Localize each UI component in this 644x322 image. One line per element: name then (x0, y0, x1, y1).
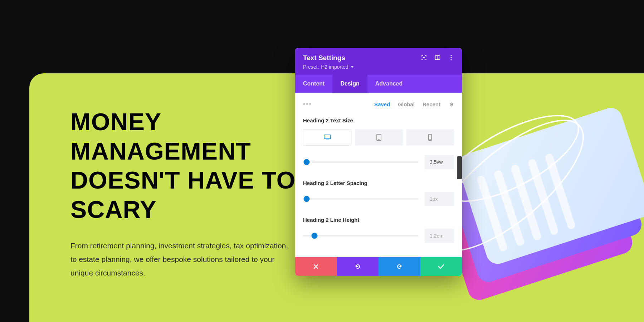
svg-point-9 (379, 139, 379, 140)
preset-dropdown[interactable]: Preset: H2 imported (303, 64, 454, 70)
text-size-value[interactable]: 3.5vw (425, 155, 454, 169)
drag-handle-icon[interactable]: ••• (303, 101, 312, 108)
chevron-down-icon (351, 66, 354, 68)
letter-spacing-slider[interactable] (303, 198, 418, 200)
svg-rect-1 (435, 56, 440, 60)
settings-header: Text Settings Preset: H2 imported (295, 48, 462, 75)
page-headline: MONEY MANAGEMENT DOESN'T HAVE TO SCARY (70, 107, 299, 224)
text-settings-panel: Text Settings Preset: H2 imported Con (295, 48, 462, 276)
svg-point-3 (450, 55, 452, 56)
preset-name: H2 imported (321, 64, 348, 70)
filter-global[interactable]: Global (398, 101, 415, 107)
text-size-label: Heading 2 Text Size (303, 117, 454, 123)
line-height-value[interactable]: 1.2em (425, 229, 454, 243)
gear-icon[interactable] (448, 102, 454, 107)
device-desktop[interactable] (303, 129, 351, 146)
device-tablet[interactable] (355, 129, 402, 146)
filter-recent[interactable]: Recent (423, 101, 440, 107)
svg-rect-6 (324, 135, 331, 139)
svg-point-11 (430, 139, 431, 140)
sidebar-toggle-icon[interactable] (435, 55, 440, 60)
preset-prefix: Preset: (303, 64, 319, 70)
svg-point-0 (423, 57, 425, 58)
cancel-button[interactable] (295, 257, 337, 276)
accept-button[interactable] (420, 257, 462, 276)
settings-tabs: Content Design Advanced (295, 75, 462, 93)
slider-knob[interactable] (312, 233, 318, 239)
svg-point-5 (450, 59, 452, 60)
more-menu-icon[interactable] (448, 55, 454, 60)
filter-saved[interactable]: Saved (374, 101, 390, 107)
action-bar (295, 257, 462, 276)
focus-icon[interactable] (421, 55, 427, 60)
device-phone[interactable] (406, 129, 454, 146)
page-subtext: From retirement planning, investment str… (70, 239, 292, 279)
redo-button[interactable] (379, 257, 420, 276)
tab-design[interactable]: Design (332, 75, 367, 93)
undo-button[interactable] (337, 257, 379, 276)
text-size-slider[interactable] (303, 161, 418, 163)
scrollbar-thumb[interactable] (457, 156, 462, 179)
responsive-device-tabs (303, 129, 454, 146)
settings-title: Text Settings (303, 54, 345, 62)
slider-knob[interactable] (303, 159, 309, 165)
settings-body: ••• Saved Global Recent Heading 2 Text S… (295, 93, 462, 257)
letter-spacing-label: Heading 2 Letter Spacing (303, 180, 454, 186)
tab-advanced[interactable]: Advanced (367, 75, 410, 93)
tab-content[interactable]: Content (295, 75, 332, 93)
line-height-slider[interactable] (303, 235, 418, 236)
line-height-label: Heading 2 Line Height (303, 217, 454, 223)
slider-knob[interactable] (303, 196, 309, 202)
letter-spacing-value[interactable]: 1px (425, 192, 454, 206)
svg-point-4 (450, 57, 452, 58)
preset-filters: Saved Global Recent (374, 101, 454, 107)
